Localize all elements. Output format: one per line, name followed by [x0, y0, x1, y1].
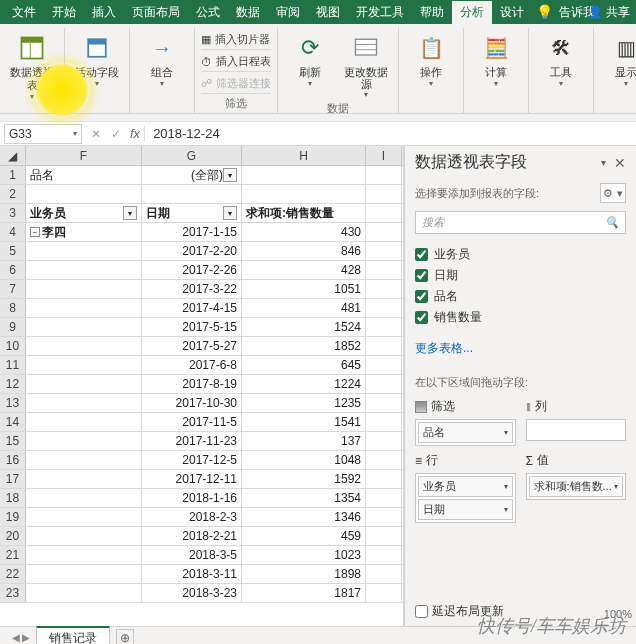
row-header[interactable]: 3	[0, 204, 26, 222]
table-row[interactable]: 122017-8-191224	[0, 375, 403, 394]
insert-slicer-button[interactable]: ▦插入切片器	[201, 30, 271, 50]
select-all[interactable]: ◢	[0, 146, 26, 165]
tab-help[interactable]: 帮助	[412, 1, 452, 24]
sheet-tab[interactable]: 销售记录	[36, 626, 110, 644]
tab-design[interactable]: 设计	[492, 1, 532, 24]
area-item[interactable]: 业务员▾	[418, 476, 513, 497]
show-button[interactable]: ▥ 显示▾	[600, 30, 636, 88]
row-header[interactable]: 8	[0, 299, 26, 317]
table-row[interactable]: 222018-3-111898	[0, 565, 403, 584]
col-header-F[interactable]: F	[26, 146, 142, 165]
worksheet-grid[interactable]: ◢ F G H I 1品名(全部)▾23业务员▾日期▾求和项:销售数量4−李四2…	[0, 146, 404, 626]
area-columns[interactable]: ⦀列	[526, 398, 627, 446]
tab-data[interactable]: 数据	[228, 1, 268, 24]
table-row[interactable]: 102017-5-271852	[0, 337, 403, 356]
area-filters[interactable]: 筛选 品名▾	[415, 398, 516, 446]
row-header[interactable]: 10	[0, 337, 26, 355]
col-header-I[interactable]: I	[366, 146, 402, 165]
search-input[interactable]: 搜索 🔍	[415, 211, 626, 234]
tab-file[interactable]: 文件	[4, 1, 44, 24]
table-row[interactable]: 162017-12-51048	[0, 451, 403, 470]
area-item[interactable]: 日期▾	[418, 499, 513, 520]
more-tables-link[interactable]: 更多表格...	[415, 340, 626, 357]
row-header[interactable]: 2	[0, 185, 26, 203]
field-checkbox[interactable]	[415, 248, 428, 261]
table-row[interactable]: 212018-3-51023	[0, 546, 403, 565]
row-header[interactable]: 11	[0, 356, 26, 374]
add-sheet-button[interactable]: ⊕	[116, 629, 134, 645]
field-item[interactable]: 销售数量	[415, 307, 626, 328]
row-header[interactable]: 21	[0, 546, 26, 564]
formula-input[interactable]: 2018-12-24	[144, 126, 636, 141]
table-row[interactable]: 92017-5-151524	[0, 318, 403, 337]
table-row[interactable]: 72017-3-221051	[0, 280, 403, 299]
field-checkbox[interactable]	[415, 311, 428, 324]
tab-analyze[interactable]: 分析	[452, 1, 492, 24]
field-item[interactable]: 业务员	[415, 244, 626, 265]
row-header[interactable]: 23	[0, 584, 26, 602]
tab-insert[interactable]: 插入	[84, 1, 124, 24]
chevron-down-icon[interactable]: ▾	[601, 157, 606, 168]
row-header[interactable]: 12	[0, 375, 26, 393]
table-row[interactable]: 132017-10-301235	[0, 394, 403, 413]
actions-button[interactable]: 📋 操作▾	[405, 30, 457, 88]
area-values[interactable]: Σ值 求和项:销售数...▾	[526, 452, 627, 523]
close-icon[interactable]: ✕	[614, 155, 626, 171]
name-box[interactable]: G33▾	[4, 124, 82, 144]
defer-layout-checkbox[interactable]	[415, 605, 428, 618]
row-header[interactable]: 9	[0, 318, 26, 336]
row-header[interactable]: 13	[0, 394, 26, 412]
table-row[interactable]: 142017-11-51541	[0, 413, 403, 432]
chevron-down-icon[interactable]: ▾	[73, 129, 77, 138]
area-rows[interactable]: ≡行 业务员▾日期▾	[415, 452, 516, 523]
share-button[interactable]: 👤 共享	[588, 4, 630, 21]
change-source-button[interactable]: 更改数据源▾	[340, 30, 392, 99]
filter-dropdown-icon[interactable]: ▾	[123, 206, 137, 220]
col-header-H[interactable]: H	[242, 146, 366, 165]
fx-icon[interactable]: fx	[126, 126, 144, 141]
field-checkbox[interactable]	[415, 269, 428, 282]
table-row[interactable]: 52017-2-20846	[0, 242, 403, 261]
tab-formulas[interactable]: 公式	[188, 1, 228, 24]
row-header[interactable]: 22	[0, 565, 26, 583]
tab-developer[interactable]: 开发工具	[348, 1, 412, 24]
calc-button[interactable]: 🧮 计算▾	[470, 30, 522, 88]
insert-timeline-button[interactable]: ⏱插入日程表	[201, 52, 271, 72]
table-row[interactable]: 232018-3-231817	[0, 584, 403, 603]
row-header[interactable]: 6	[0, 261, 26, 279]
field-item[interactable]: 日期	[415, 265, 626, 286]
row-header[interactable]: 18	[0, 489, 26, 507]
table-row[interactable]: 182018-1-161354	[0, 489, 403, 508]
refresh-button[interactable]: ⟳ 刷新▾	[284, 30, 336, 88]
collapse-icon[interactable]: −	[30, 227, 40, 237]
filter-dropdown-icon[interactable]: ▾	[223, 206, 237, 220]
row-header[interactable]: 20	[0, 527, 26, 545]
field-checkbox[interactable]	[415, 290, 428, 303]
group-button[interactable]: → 组合▾	[136, 30, 188, 88]
table-row[interactable]: 82017-4-15481	[0, 299, 403, 318]
filter-dropdown-icon[interactable]: ▾	[223, 168, 237, 182]
tab-home[interactable]: 开始	[44, 1, 84, 24]
area-item[interactable]: 求和项:销售数...▾	[529, 476, 624, 497]
field-item[interactable]: 品名	[415, 286, 626, 307]
table-row[interactable]: 192018-2-31346	[0, 508, 403, 527]
tools-button[interactable]: 🛠 工具▾	[535, 30, 587, 88]
row-header[interactable]: 7	[0, 280, 26, 298]
table-row[interactable]: 152017-11-23137	[0, 432, 403, 451]
tab-layout[interactable]: 页面布局	[124, 1, 188, 24]
table-row[interactable]: 172017-12-111592	[0, 470, 403, 489]
row-header[interactable]: 16	[0, 451, 26, 469]
row-header[interactable]: 14	[0, 413, 26, 431]
zoom-level[interactable]: 100%	[604, 608, 632, 620]
gear-icon[interactable]: ⚙ ▾	[600, 183, 626, 203]
row-header[interactable]: 4	[0, 223, 26, 241]
row-header[interactable]: 17	[0, 470, 26, 488]
table-row[interactable]: 62017-2-26428	[0, 261, 403, 280]
row-header[interactable]: 15	[0, 432, 26, 450]
area-item[interactable]: 品名▾	[418, 422, 513, 443]
table-row[interactable]: 202018-2-21459	[0, 527, 403, 546]
col-header-G[interactable]: G	[142, 146, 242, 165]
table-row[interactable]: 4−李四2017-1-15430	[0, 223, 403, 242]
row-header[interactable]: 19	[0, 508, 26, 526]
table-row[interactable]: 112017-6-8645	[0, 356, 403, 375]
